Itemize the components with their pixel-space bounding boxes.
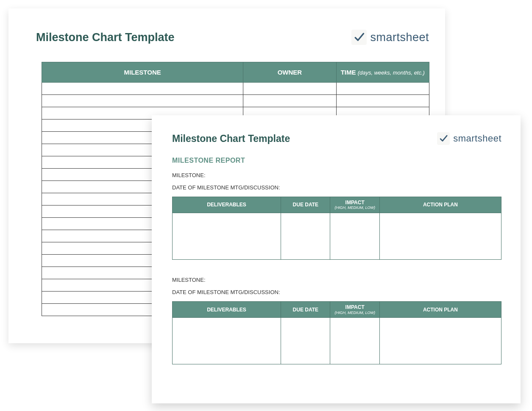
col-impact-sub: (HIGH, MEDIUM, LOW) [332, 206, 377, 210]
page1-title: Milestone Chart Template [36, 31, 175, 44]
col-impact-sub: (HIGH, MEDIUM, LOW) [332, 311, 377, 315]
col-impact-label: IMPACT [345, 304, 365, 310]
table-row [42, 95, 429, 107]
page2-title: Milestone Chart Template [172, 133, 290, 144]
report-table-1: DELIVERABLES DUE DATE IMPACT (HIGH, MEDI… [172, 197, 501, 260]
table-row [173, 213, 501, 260]
page1-header: Milestone Chart Template smartsheet [8, 30, 445, 45]
label-milestone: MILESTONE: [172, 172, 501, 178]
col-milestone: MILESTONE [42, 62, 243, 83]
col-deliverables: DELIVERABLES [173, 302, 281, 318]
checkmark-icon [437, 132, 450, 145]
col-impact: IMPACT (HIGH, MEDIUM, LOW) [330, 302, 379, 318]
label-milestone: MILESTONE: [172, 277, 501, 283]
table-row [173, 318, 501, 364]
report-table-2: DELIVERABLES DUE DATE IMPACT (HIGH, MEDI… [172, 301, 501, 364]
brand-text: smartsheet [370, 31, 429, 44]
col-time-label: TIME [341, 69, 356, 76]
col-deliverables: DELIVERABLES [173, 197, 281, 213]
table-row [42, 83, 429, 95]
page2-header: Milestone Chart Template smartsheet [172, 132, 501, 145]
checkmark-icon [351, 30, 367, 45]
col-time-sub: (days, weeks, months, etc.) [358, 69, 425, 76]
milestone-chart-page-2: Milestone Chart Template smartsheet MILE… [152, 115, 521, 403]
section-title: MILESTONE REPORT [172, 157, 501, 164]
col-impact-label: IMPACT [345, 200, 365, 206]
col-impact: IMPACT (HIGH, MEDIUM, LOW) [330, 197, 379, 213]
brand-text: smartsheet [453, 133, 501, 144]
label-date: DATE OF MILESTONE MTG/DISCUSSION: [172, 184, 501, 191]
col-time: TIME (days, weeks, months, etc.) [336, 62, 429, 83]
col-action-plan: ACTION PLAN [379, 197, 501, 213]
col-due-date: DUE DATE [281, 302, 330, 318]
smartsheet-logo: smartsheet [351, 30, 429, 45]
col-due-date: DUE DATE [281, 197, 330, 213]
col-owner: OWNER [243, 62, 336, 83]
col-action-plan: ACTION PLAN [379, 302, 501, 318]
smartsheet-logo: smartsheet [437, 132, 501, 145]
label-date: DATE OF MILESTONE MTG/DISCUSSION: [172, 289, 501, 295]
